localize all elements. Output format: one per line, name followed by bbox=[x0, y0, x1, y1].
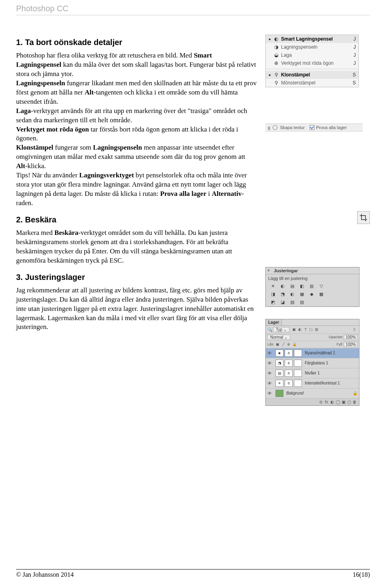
adj-thumb-icon: ■ bbox=[275, 350, 283, 357]
layer-row-levels[interactable]: 👁 ▤8 Nivåer 1 bbox=[266, 368, 359, 378]
hue-icon[interactable]: ◨ bbox=[269, 291, 277, 298]
stamp-icon: ⚲ bbox=[273, 72, 279, 78]
fill-field[interactable]: 100% bbox=[344, 342, 357, 347]
lock-trans-icon[interactable]: ▣ bbox=[275, 342, 280, 347]
options-bar-fragment: g Skapa textur Prova alla lager bbox=[265, 123, 363, 132]
tool-clone-stamp[interactable]: ■⚲ KlonstämpelS bbox=[266, 71, 358, 79]
triangle-icon[interactable]: ▽ bbox=[317, 283, 325, 290]
search-icon: 🔍 bbox=[267, 327, 272, 332]
mask-thumb-icon: 8 bbox=[285, 350, 293, 357]
layer-row-color-balance[interactable]: 👁 ⬔8 Färgbalans 1 bbox=[266, 358, 359, 368]
section2-title: 2. Beskära bbox=[16, 215, 257, 224]
trash-icon[interactable]: 🗑 bbox=[352, 400, 357, 404]
lock-all-icon[interactable]: 🔒 bbox=[292, 342, 297, 347]
fill-label: Fyll: bbox=[337, 342, 343, 346]
pattern-stamp-icon: ⚲ bbox=[273, 80, 279, 86]
opacity-label: Opacitet: bbox=[329, 335, 343, 339]
layers-tab[interactable]: Lager bbox=[266, 319, 282, 325]
curves-icon[interactable]: ▤ bbox=[288, 283, 296, 290]
section1-title: 1. Ta bort oönskade detaljer bbox=[16, 38, 257, 47]
bandage-icon: ◑ bbox=[273, 44, 279, 50]
layers-panel: Lager 🔍 Typ ⌄ ▣ ◐ T ▢ ▥ ▯ Normal ⌄ Opaci… bbox=[265, 319, 359, 406]
group-icon[interactable]: ▣ bbox=[341, 400, 346, 404]
adj-row-1: ☀ ◐ ▤ ◧ ▥ ▽ bbox=[266, 282, 359, 290]
close-icon[interactable]: × bbox=[267, 268, 271, 273]
add-adjustment-label: Lägg till en justering bbox=[266, 274, 359, 282]
bw-icon[interactable]: ◐ bbox=[288, 291, 296, 298]
filter-type-dropdown[interactable]: Typ ⌄ bbox=[273, 327, 290, 332]
lock-move-icon[interactable]: ⊕ bbox=[286, 342, 291, 347]
photo-filter-icon[interactable]: ▦ bbox=[298, 291, 306, 298]
section2-body: Markera med Beskära-verktyget området so… bbox=[16, 228, 257, 265]
layer-row-brightness[interactable]: 👁 ☀8 Intensitet/kontrast 1 bbox=[266, 378, 359, 389]
lock-label: Lås: bbox=[267, 342, 274, 346]
lock-icon: 🔒 bbox=[353, 391, 357, 395]
patch-icon: ◒ bbox=[273, 52, 279, 58]
eye-icon[interactable]: 👁 bbox=[267, 361, 273, 366]
eye-icon[interactable]: 👁 bbox=[267, 381, 273, 386]
eye-icon[interactable]: 👁 bbox=[267, 351, 273, 356]
section3-body: Jag rekommenderar att all justering av b… bbox=[16, 286, 257, 332]
threshold-icon[interactable]: ▧ bbox=[288, 299, 296, 306]
opacity-field[interactable]: 100% bbox=[344, 335, 357, 340]
invert-icon[interactable]: ◩ bbox=[269, 299, 277, 306]
bandage-icon: ◐ bbox=[273, 36, 279, 42]
tool-healing-brush[interactable]: ◑ LagningspenselnJ bbox=[266, 43, 358, 51]
tool-pattern-stamp[interactable]: ⚲ MönsterstämpelS bbox=[266, 79, 358, 87]
page-header: Photoshop CC bbox=[16, 4, 370, 15]
levels-icon[interactable]: ◐ bbox=[279, 283, 287, 290]
link-icon[interactable]: ⊖ bbox=[318, 400, 324, 404]
layers-footer: ⊖ fx ◐ ◯ ▣ ▢ 🗑 bbox=[266, 399, 359, 405]
fx-icon[interactable]: fx bbox=[324, 400, 329, 404]
filter-smart-icon[interactable]: ▥ bbox=[314, 327, 319, 332]
radio-icon[interactable] bbox=[273, 125, 277, 130]
tool-flyout-healing: ■◐ Smart LagningspenselJ ◑ Lagningspense… bbox=[265, 35, 359, 87]
adj-row-2: ◨ ⬔ ◐ ▦ ◆ ▩ bbox=[266, 290, 359, 298]
layer-row-background[interactable]: 👁 Bakgrund 🔒 bbox=[266, 389, 359, 399]
posterize-icon[interactable]: ◪ bbox=[279, 299, 287, 306]
adj-row-3: ◩ ◪ ▧ ▨ bbox=[266, 298, 359, 306]
copyright: © Jan Johansson 2014 bbox=[16, 571, 74, 578]
color-balance-icon[interactable]: ⬔ bbox=[279, 291, 287, 298]
new-layer-icon[interactable]: ▢ bbox=[346, 400, 352, 404]
sample-all-layers-label: Prova alla lager bbox=[316, 125, 347, 130]
filter-toggle-icon[interactable]: ▯ bbox=[352, 327, 357, 332]
layer-filter-row: 🔍 Typ ⌄ ▣ ◐ T ▢ ▥ ▯ bbox=[266, 326, 359, 334]
sample-all-layers-checkbox[interactable] bbox=[310, 125, 314, 130]
filter-type-icon[interactable]: T bbox=[303, 327, 308, 332]
blend-mode-dropdown[interactable]: Normal ⌄ bbox=[267, 335, 290, 340]
adjustments-panel: × Justeringar Lägg till en justering ☀ ◐… bbox=[265, 267, 359, 307]
channel-mixer-icon[interactable]: ◆ bbox=[308, 291, 316, 298]
section1-body: Photoshop har flera olika verktyg för at… bbox=[16, 51, 257, 208]
eye-icon[interactable]: 👁 bbox=[267, 391, 273, 396]
eye-icon[interactable]: 👁 bbox=[267, 371, 273, 376]
filter-shape-icon[interactable]: ▢ bbox=[309, 327, 314, 332]
vibrance-icon[interactable]: ▥ bbox=[308, 283, 316, 290]
tool-patch[interactable]: ◒ LagaJ bbox=[266, 51, 358, 59]
exposure-icon[interactable]: ◧ bbox=[298, 283, 306, 290]
layer-row-hue[interactable]: 👁 ■ 8 Nyans/mättnad 1 bbox=[266, 348, 359, 358]
page-footer: © Jan Johansson 2014 16(18) bbox=[16, 569, 370, 578]
lookup-icon[interactable]: ▩ bbox=[317, 291, 325, 298]
section3-title: 3. Justeringslager bbox=[16, 273, 257, 282]
adjustments-tab[interactable]: Justeringar bbox=[274, 268, 298, 273]
tool-red-eye[interactable]: ⊕ Verktyget mot röda ögonJ bbox=[266, 59, 358, 67]
red-eye-icon: ⊕ bbox=[273, 60, 279, 66]
crop-icon bbox=[360, 214, 367, 221]
tool-smart-healing[interactable]: ■◐ Smart LagningspenselJ bbox=[266, 35, 358, 43]
crop-tool-button[interactable] bbox=[357, 211, 370, 224]
adj-new-icon[interactable]: ◯ bbox=[335, 400, 341, 404]
filter-adj-icon[interactable]: ◐ bbox=[298, 327, 302, 332]
brightness-icon[interactable]: ☀ bbox=[269, 283, 277, 290]
mask-icon[interactable]: ◐ bbox=[329, 400, 335, 404]
gradient-map-icon[interactable]: ▨ bbox=[298, 299, 306, 306]
lock-paint-icon[interactable]: ╱ bbox=[281, 342, 285, 347]
filter-pixel-icon[interactable]: ▣ bbox=[292, 327, 297, 332]
create-texture-label: Skapa textur bbox=[280, 125, 305, 130]
page-number: 16(18) bbox=[353, 571, 370, 578]
